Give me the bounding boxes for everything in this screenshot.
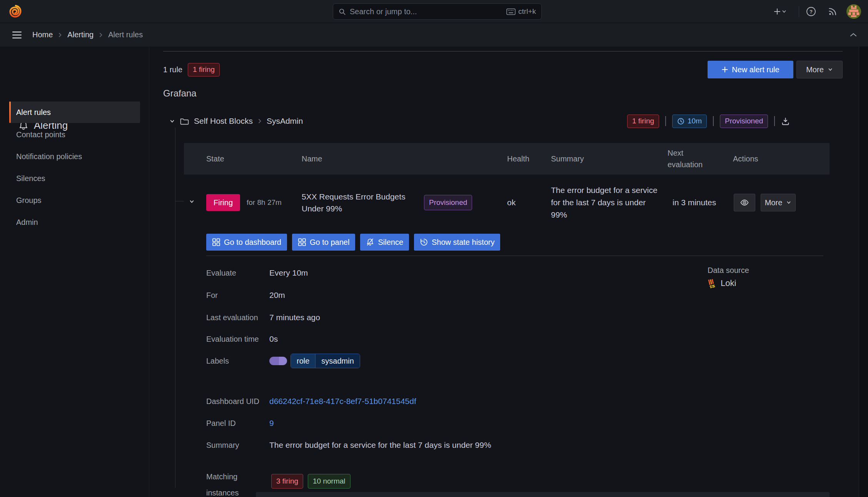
column-header-state: State bbox=[206, 143, 224, 175]
silence-button[interactable]: Silence bbox=[360, 234, 409, 251]
rule-provisioned-badge: Provisioned bbox=[424, 195, 472, 210]
meta-row-summary: Summary The error budget for a service f… bbox=[206, 440, 491, 450]
label-value: sysadmin bbox=[315, 354, 359, 368]
rules-table: State Name Health Summary Next evaluatio… bbox=[184, 143, 830, 231]
alert-rule-row: Firing for 8h 27m 5XX Requests Error Bud… bbox=[184, 175, 830, 231]
download-icon bbox=[781, 117, 790, 126]
breadcrumb-alert-rules: Alert rules bbox=[108, 30, 143, 39]
plus-icon bbox=[773, 7, 781, 16]
details-divider bbox=[206, 256, 823, 256]
search-shortcut: ctrl+k bbox=[506, 7, 536, 16]
go-to-dashboard-button[interactable]: Go to dashboard bbox=[206, 234, 287, 251]
global-search[interactable]: ctrl+k bbox=[333, 3, 542, 20]
column-header-name: Name bbox=[302, 143, 322, 175]
rule-more-button[interactable]: More bbox=[761, 194, 796, 211]
chevron-down-icon bbox=[781, 9, 787, 14]
datasource-name: Loki bbox=[721, 278, 736, 288]
loki-icon bbox=[707, 278, 717, 288]
rule-count: 1 rule bbox=[163, 65, 182, 74]
group-interval-badge: 10m bbox=[672, 115, 707, 128]
actions-cell: More bbox=[734, 175, 796, 231]
export-group-button[interactable] bbox=[781, 117, 790, 126]
sidebar-item-groups[interactable]: Groups bbox=[9, 189, 140, 211]
meta-row-dashboard-uid: Dashboard UID d66242cf-71e8-417c-8ef7-51… bbox=[206, 396, 416, 407]
firing-count-badge: 1 firing bbox=[188, 63, 220, 76]
label-badge[interactable]: role sysadmin bbox=[290, 354, 360, 368]
rules-table-header: State Name Health Summary Next evaluatio… bbox=[184, 143, 830, 175]
help-button[interactable]: ? bbox=[804, 0, 818, 23]
collapse-group-toggle[interactable] bbox=[169, 118, 175, 124]
rule-quick-actions: Go to dashboard Go to panel Silence Show… bbox=[206, 234, 500, 251]
column-header-actions: Actions bbox=[733, 143, 758, 175]
sidebar-item-admin[interactable]: Admin bbox=[9, 211, 140, 233]
chevron-down-icon bbox=[189, 199, 195, 204]
go-to-panel-button[interactable]: Go to panel bbox=[292, 234, 355, 251]
instances-firing-badge: 3 firing bbox=[271, 474, 303, 489]
search-icon bbox=[339, 8, 346, 15]
name-cell: 5XX Requests Error Budgets Under 99% Pro… bbox=[302, 175, 472, 231]
sidebar-item-contact-points[interactable]: Contact points bbox=[9, 124, 140, 145]
keyboard-icon bbox=[506, 8, 516, 15]
summary-cell: The error budget for a service for the l… bbox=[551, 175, 662, 231]
scrollbar-track bbox=[859, 47, 868, 497]
datasource-row: Loki bbox=[707, 277, 736, 289]
divider bbox=[665, 116, 666, 126]
breadcrumb-alerting[interactable]: Alerting bbox=[67, 30, 93, 39]
instances-normal-badge: 10 normal bbox=[308, 474, 351, 489]
divider bbox=[774, 116, 775, 126]
datasource-label: Data source bbox=[708, 266, 749, 275]
news-button[interactable] bbox=[826, 0, 840, 23]
folder-icon bbox=[180, 118, 189, 125]
panel-id-link[interactable]: 9 bbox=[269, 419, 274, 428]
breadcrumb-separator bbox=[58, 32, 62, 38]
chevron-right-icon bbox=[258, 118, 262, 124]
folder-link[interactable]: Self Host Blocks bbox=[194, 116, 253, 126]
view-rule-button[interactable] bbox=[734, 194, 755, 211]
chevron-down-icon bbox=[828, 67, 833, 72]
main-content: 1 rule 1 firing New alert rule More Graf… bbox=[149, 47, 859, 497]
tree-guide-line bbox=[175, 201, 184, 201]
alerting-sidebar: Alerting Alert rules Contact points Noti… bbox=[0, 47, 149, 497]
more-actions-button[interactable]: More bbox=[796, 61, 843, 78]
collapse-header-button[interactable] bbox=[845, 23, 862, 47]
detail-row-last-evaluation: Last evaluation 7 minutes ago bbox=[206, 312, 320, 323]
mega-menu-toggle[interactable] bbox=[8, 23, 25, 47]
grafana-logo-icon bbox=[8, 5, 22, 18]
collapse-rule-toggle[interactable] bbox=[189, 199, 195, 204]
chevron-down-icon bbox=[786, 200, 791, 205]
top-nav: ctrl+k ? bbox=[0, 0, 868, 23]
column-header-summary: Summary bbox=[551, 143, 584, 175]
add-new-button[interactable] bbox=[770, 0, 790, 23]
breadcrumb-home[interactable]: Home bbox=[32, 30, 53, 39]
sidebar-item-silences[interactable]: Silences bbox=[9, 168, 140, 189]
apps-grid-icon bbox=[212, 238, 220, 246]
dashboard-uid-link[interactable]: d66242cf-71e8-417c-8ef7-51b0741545df bbox=[269, 397, 416, 406]
search-input[interactable] bbox=[350, 7, 502, 16]
breadcrumb-separator bbox=[99, 32, 103, 38]
new-alert-rule-button[interactable]: New alert rule bbox=[708, 61, 793, 78]
matching-instances-table-header bbox=[256, 492, 830, 497]
group-status-cluster: 1 firing 10m Provisioned bbox=[627, 114, 790, 128]
breadcrumb: Home Alerting Alert rules bbox=[32, 23, 143, 47]
sidebar-item-alert-rules[interactable]: Alert rules bbox=[9, 101, 140, 123]
rules-summary: 1 rule 1 firing bbox=[163, 61, 220, 78]
rule-name-link[interactable]: 5XX Requests Error Budgets Under 99% bbox=[302, 191, 414, 214]
divider bbox=[713, 116, 714, 126]
matching-instances-label: Matching instances bbox=[206, 469, 252, 497]
rss-icon bbox=[828, 7, 837, 16]
bell-slash-icon bbox=[366, 238, 374, 246]
apps-grid-icon bbox=[298, 238, 306, 246]
matching-instances-badges: 3 firing 10 normal bbox=[271, 474, 351, 489]
detail-row-evaluate: Evaluate Every 10m bbox=[206, 268, 308, 278]
user-avatar[interactable] bbox=[845, 0, 863, 23]
sidebar-item-notification-policies[interactable]: Notification policies bbox=[9, 146, 140, 167]
labels-color-pill[interactable] bbox=[269, 357, 287, 365]
history-icon bbox=[420, 238, 428, 246]
eye-icon bbox=[740, 198, 749, 207]
nav-divider bbox=[799, 6, 799, 17]
grafana-logo[interactable] bbox=[7, 0, 24, 23]
detail-row-evaluation-time: Evaluation time 0s bbox=[206, 334, 278, 344]
hamburger-icon bbox=[12, 31, 22, 39]
show-state-history-button[interactable]: Show state history bbox=[414, 234, 500, 251]
detail-row-labels: Labels role sysadmin bbox=[206, 354, 360, 368]
